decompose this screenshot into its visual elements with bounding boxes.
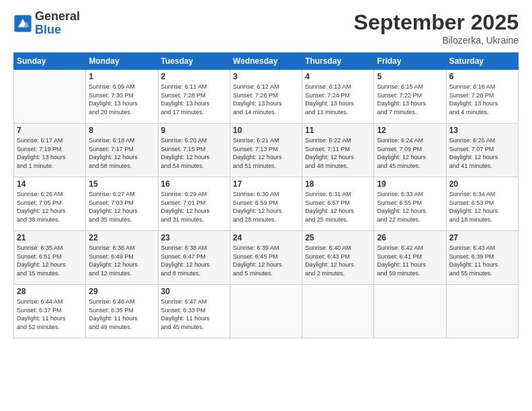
day-number: 16 — [161, 179, 227, 189]
day-number: 12 — [377, 126, 443, 135]
day-number: 21 — [17, 233, 83, 242]
day-info: Sunrise: 6:29 AM Sunset: 7:01 PM Dayligh… — [161, 190, 227, 224]
day-info: Sunrise: 6:34 AM Sunset: 6:53 PM Dayligh… — [449, 190, 515, 224]
calendar-table: Sunday Monday Tuesday Wednesday Thursday… — [13, 52, 519, 338]
table-row — [302, 285, 374, 338]
header: General Blue September 2025 Bilozerka, U… — [13, 10, 519, 46]
day-number: 27 — [449, 233, 515, 242]
day-number: 5 — [377, 72, 443, 81]
header-thursday: Thursday — [302, 53, 374, 70]
title-section: September 2025 Bilozerka, Ukraine — [354, 10, 519, 46]
logo-blue-text: Blue — [35, 24, 80, 37]
day-info: Sunrise: 6:38 AM Sunset: 6:47 PM Dayligh… — [161, 244, 227, 277]
day-number: 23 — [161, 233, 227, 242]
day-info: Sunrise: 6:42 AM Sunset: 6:41 PM Dayligh… — [377, 244, 443, 277]
day-info: Sunrise: 6:18 AM Sunset: 7:17 PM Dayligh… — [89, 136, 154, 170]
day-number: 13 — [449, 126, 515, 135]
header-wednesday: Wednesday — [230, 53, 302, 70]
table-row: 10Sunrise: 6:21 AM Sunset: 7:13 PM Dayli… — [230, 124, 302, 177]
table-row — [230, 285, 302, 338]
header-tuesday: Tuesday — [158, 53, 230, 70]
day-number: 25 — [305, 233, 371, 242]
table-row: 30Sunrise: 6:47 AM Sunset: 6:33 PM Dayli… — [158, 285, 230, 338]
calendar-week-row: 28Sunrise: 6:44 AM Sunset: 6:37 PM Dayli… — [14, 285, 519, 338]
day-info: Sunrise: 6:25 AM Sunset: 7:07 PM Dayligh… — [449, 136, 515, 170]
day-info: Sunrise: 6:35 AM Sunset: 6:51 PM Dayligh… — [17, 244, 83, 277]
table-row: 21Sunrise: 6:35 AM Sunset: 6:51 PM Dayli… — [14, 231, 86, 285]
day-number: 24 — [233, 233, 299, 242]
table-row: 7Sunrise: 6:17 AM Sunset: 7:19 PM Daylig… — [14, 124, 86, 177]
day-info: Sunrise: 6:09 AM Sunset: 7:30 PM Dayligh… — [89, 83, 154, 116]
table-row: 25Sunrise: 6:40 AM Sunset: 6:43 PM Dayli… — [302, 231, 374, 285]
table-row: 2Sunrise: 6:11 AM Sunset: 7:28 PM Daylig… — [158, 70, 230, 124]
logo-text: General Blue — [35, 10, 80, 37]
day-info: Sunrise: 6:27 AM Sunset: 7:03 PM Dayligh… — [89, 190, 154, 224]
day-number: 11 — [305, 126, 371, 135]
day-info: Sunrise: 6:17 AM Sunset: 7:19 PM Dayligh… — [17, 136, 83, 170]
table-row: 5Sunrise: 6:15 AM Sunset: 7:22 PM Daylig… — [374, 70, 446, 124]
day-number: 1 — [89, 72, 154, 81]
day-info: Sunrise: 6:15 AM Sunset: 7:22 PM Dayligh… — [377, 83, 443, 116]
logo-icon — [13, 14, 32, 33]
table-row: 28Sunrise: 6:44 AM Sunset: 6:37 PM Dayli… — [14, 285, 86, 338]
day-number: 8 — [89, 126, 154, 135]
logo-general-text: General — [35, 10, 80, 24]
table-row: 23Sunrise: 6:38 AM Sunset: 6:47 PM Dayli… — [158, 231, 230, 285]
day-info: Sunrise: 6:44 AM Sunset: 6:37 PM Dayligh… — [17, 298, 83, 331]
table-row: 6Sunrise: 6:16 AM Sunset: 7:20 PM Daylig… — [446, 70, 518, 124]
calendar-week-row: 1Sunrise: 6:09 AM Sunset: 7:30 PM Daylig… — [14, 70, 519, 124]
day-number: 17 — [233, 179, 299, 189]
table-row: 8Sunrise: 6:18 AM Sunset: 7:17 PM Daylig… — [86, 124, 158, 177]
day-info: Sunrise: 6:12 AM Sunset: 7:26 PM Dayligh… — [233, 83, 299, 116]
day-number: 10 — [233, 126, 299, 135]
day-number: 7 — [17, 126, 83, 135]
day-info: Sunrise: 6:30 AM Sunset: 6:59 PM Dayligh… — [233, 190, 299, 224]
day-number: 26 — [377, 233, 443, 242]
day-info: Sunrise: 6:40 AM Sunset: 6:43 PM Dayligh… — [305, 244, 371, 277]
header-sunday: Sunday — [14, 53, 86, 70]
table-row: 3Sunrise: 6:12 AM Sunset: 7:26 PM Daylig… — [230, 70, 302, 124]
table-row: 1Sunrise: 6:09 AM Sunset: 7:30 PM Daylig… — [86, 70, 158, 124]
table-row: 27Sunrise: 6:43 AM Sunset: 6:39 PM Dayli… — [446, 231, 518, 285]
day-number: 9 — [161, 126, 227, 135]
day-number: 15 — [89, 179, 154, 189]
day-info: Sunrise: 6:33 AM Sunset: 6:55 PM Dayligh… — [377, 190, 443, 224]
day-number: 2 — [161, 72, 227, 81]
day-number: 30 — [161, 287, 227, 296]
table-row: 18Sunrise: 6:31 AM Sunset: 6:57 PM Dayli… — [302, 177, 374, 231]
table-row: 19Sunrise: 6:33 AM Sunset: 6:55 PM Dayli… — [374, 177, 446, 231]
table-row: 4Sunrise: 6:13 AM Sunset: 7:24 PM Daylig… — [302, 70, 374, 124]
table-row: 26Sunrise: 6:42 AM Sunset: 6:41 PM Dayli… — [374, 231, 446, 285]
day-info: Sunrise: 6:21 AM Sunset: 7:13 PM Dayligh… — [233, 136, 299, 170]
day-info: Sunrise: 6:43 AM Sunset: 6:39 PM Dayligh… — [449, 244, 515, 277]
table-row: 13Sunrise: 6:25 AM Sunset: 7:07 PM Dayli… — [446, 124, 518, 177]
header-friday: Friday — [374, 53, 446, 70]
table-row: 12Sunrise: 6:24 AM Sunset: 7:09 PM Dayli… — [374, 124, 446, 177]
header-saturday: Saturday — [446, 53, 518, 70]
page: General Blue September 2025 Bilozerka, U… — [0, 0, 532, 411]
day-info: Sunrise: 6:24 AM Sunset: 7:09 PM Dayligh… — [377, 136, 443, 170]
day-number: 4 — [305, 72, 371, 81]
calendar-week-row: 21Sunrise: 6:35 AM Sunset: 6:51 PM Dayli… — [14, 231, 519, 285]
table-row: 14Sunrise: 6:26 AM Sunset: 7:05 PM Dayli… — [14, 177, 86, 231]
calendar-week-row: 7Sunrise: 6:17 AM Sunset: 7:19 PM Daylig… — [14, 124, 519, 177]
day-number: 20 — [449, 179, 515, 189]
day-number: 18 — [305, 179, 371, 189]
day-number: 19 — [377, 179, 443, 189]
day-number: 14 — [17, 179, 83, 189]
table-row: 17Sunrise: 6:30 AM Sunset: 6:59 PM Dayli… — [230, 177, 302, 231]
day-info: Sunrise: 6:26 AM Sunset: 7:05 PM Dayligh… — [17, 190, 83, 224]
header-monday: Monday — [86, 53, 158, 70]
table-row: 15Sunrise: 6:27 AM Sunset: 7:03 PM Dayli… — [86, 177, 158, 231]
table-row: 22Sunrise: 6:36 AM Sunset: 6:49 PM Dayli… — [86, 231, 158, 285]
day-number: 29 — [89, 287, 154, 296]
day-info: Sunrise: 6:39 AM Sunset: 6:45 PM Dayligh… — [233, 244, 299, 277]
table-row: 16Sunrise: 6:29 AM Sunset: 7:01 PM Dayli… — [158, 177, 230, 231]
day-info: Sunrise: 6:46 AM Sunset: 6:35 PM Dayligh… — [89, 298, 154, 331]
day-info: Sunrise: 6:31 AM Sunset: 6:57 PM Dayligh… — [305, 190, 371, 224]
location-subtitle: Bilozerka, Ukraine — [354, 35, 519, 46]
table-row — [374, 285, 446, 338]
day-info: Sunrise: 6:20 AM Sunset: 7:15 PM Dayligh… — [161, 136, 227, 170]
day-number: 22 — [89, 233, 154, 242]
calendar-week-row: 14Sunrise: 6:26 AM Sunset: 7:05 PM Dayli… — [14, 177, 519, 231]
